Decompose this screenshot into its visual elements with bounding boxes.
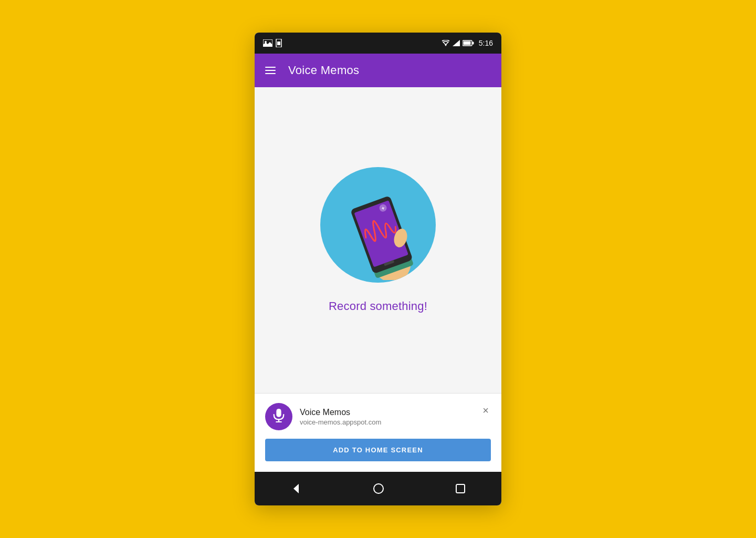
sim-icon <box>276 39 282 47</box>
add-to-home-banner: Voice Memos voice-memos.appspot.com × AD… <box>255 393 501 472</box>
mic-icon <box>272 409 286 425</box>
home-icon <box>373 483 384 494</box>
battery-icon <box>463 40 474 46</box>
banner-url: voice-memos.appspot.com <box>300 418 473 426</box>
signal-icon <box>453 40 460 46</box>
banner-app-info: Voice Memos voice-memos.appspot.com <box>300 408 473 426</box>
status-left-icons <box>263 39 282 47</box>
svg-rect-23 <box>456 484 465 493</box>
empty-state-text: Record something! <box>329 299 427 313</box>
hamburger-menu-icon[interactable] <box>265 67 276 74</box>
banner-app-name: Voice Memos <box>300 408 473 417</box>
svg-rect-3 <box>277 42 280 45</box>
svg-rect-9 <box>472 42 474 45</box>
home-button[interactable] <box>362 479 395 499</box>
svg-marker-21 <box>293 484 299 493</box>
wifi-icon <box>442 40 450 46</box>
banner-header: Voice Memos voice-memos.appspot.com × <box>265 403 491 430</box>
app-bar: Voice Memos <box>255 54 501 87</box>
voice-memo-illustration: + <box>328 170 428 280</box>
svg-rect-18 <box>276 409 281 417</box>
navigation-bar <box>255 472 501 505</box>
image-icon <box>263 39 272 47</box>
status-bar: 5:16 <box>255 33 501 54</box>
recents-button[interactable] <box>445 479 476 498</box>
add-to-home-screen-button[interactable]: ADD TO HOME SCREEN <box>265 439 491 461</box>
app-icon-circle <box>265 403 292 430</box>
back-button[interactable] <box>280 479 312 499</box>
back-icon <box>290 483 302 494</box>
svg-rect-8 <box>463 42 470 45</box>
svg-marker-6 <box>453 40 460 46</box>
app-bar-title: Voice Memos <box>288 64 359 77</box>
svg-point-22 <box>374 484 383 493</box>
status-time: 5:16 <box>479 39 493 47</box>
recents-icon <box>455 483 466 494</box>
phone-frame: 5:16 Voice Memos <box>255 33 501 505</box>
illustration-circle: + <box>320 167 436 283</box>
status-right-icons: 5:16 <box>442 39 493 47</box>
main-content: + Record something! <box>255 87 501 393</box>
banner-close-button[interactable]: × <box>480 403 491 418</box>
